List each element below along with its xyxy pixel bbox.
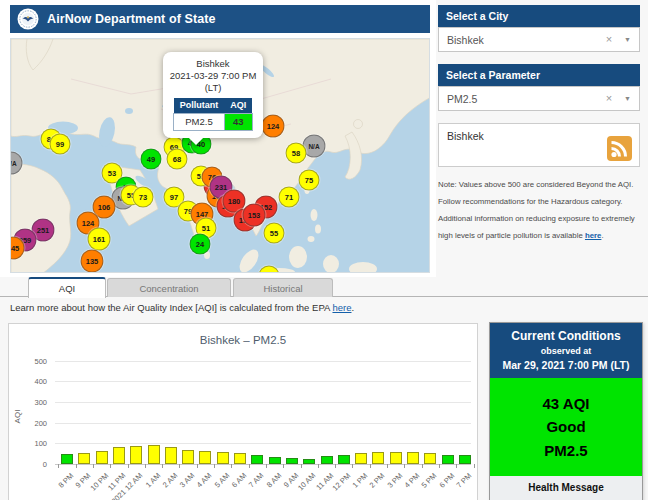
city-clear-icon[interactable]: × <box>606 34 612 45</box>
map-marker[interactable]: 55 <box>264 223 285 244</box>
gridline <box>55 361 471 362</box>
x-tick <box>162 464 163 468</box>
aqi-bar <box>459 455 471 464</box>
aqi-bar <box>199 451 211 464</box>
aqi-bar <box>269 457 281 464</box>
gridline <box>55 381 471 382</box>
aqi-bar <box>78 453 90 464</box>
x-tick <box>76 464 77 468</box>
sidebar: Select a City Bishkek × ▼ Select a Param… <box>438 5 640 245</box>
map-marker[interactable]: 99 <box>50 134 71 155</box>
x-tick <box>231 464 232 468</box>
rss-city-label: Bishkek <box>447 130 484 142</box>
aqi-bar <box>355 453 367 464</box>
x-tick <box>404 464 405 468</box>
aqi-bar <box>407 452 419 464</box>
aqi-bar <box>130 446 142 464</box>
learn-more-here-link[interactable]: here <box>332 302 351 313</box>
x-tick <box>128 464 129 468</box>
aqi-bar <box>217 452 229 464</box>
parameter-caret-down-icon[interactable]: ▼ <box>624 95 631 102</box>
cc-datetime: Mar 29, 2021 7:00 PM (LT) <box>494 359 638 371</box>
gridline <box>55 402 471 403</box>
aqi-bar <box>390 452 402 464</box>
map-marker[interactable]: 49 <box>141 149 162 170</box>
popup-city: Bishkek <box>164 58 262 70</box>
cc-health-message: Health Message The AQI value for your co… <box>490 476 642 500</box>
aqi-bar <box>303 459 315 464</box>
x-tick <box>145 464 146 468</box>
map-marker[interactable]: 71 <box>279 187 300 208</box>
map-marker[interactable]: 68 <box>167 149 188 170</box>
x-tick <box>439 464 440 468</box>
popup-datetime: 2021-03-29 7:00 PM <box>164 70 262 82</box>
note-here-link[interactable]: here <box>585 231 601 240</box>
x-tick <box>352 464 353 468</box>
x-tick <box>179 464 180 468</box>
rss-feed-box: Bishkek <box>438 123 640 167</box>
map-marker[interactable]: 58 <box>286 143 307 164</box>
chart-panel: Bishkek – PM2.5 AQI 01002003004005008 PM… <box>8 323 478 500</box>
parameter-panel-header: Select a Parameter <box>438 64 640 86</box>
popup-col-pollutant: Pollutant <box>174 98 225 114</box>
tab-concentration[interactable]: Concentration <box>107 278 231 297</box>
popup-col-aqi: AQI <box>224 98 252 114</box>
map-popup: Bishkek 2021-03-29 7:00 PM (LT) Pollutan… <box>163 52 263 138</box>
map-marker[interactable]: 73 <box>133 187 154 208</box>
map-marker[interactable]: 135 <box>81 250 104 273</box>
city-select[interactable]: Bishkek × ▼ <box>438 27 640 52</box>
y-tick-label: 400 <box>13 377 47 386</box>
x-tick <box>387 464 388 468</box>
gridline <box>55 423 471 424</box>
x-tick <box>318 464 319 468</box>
cc-observed-at: observed at <box>494 346 638 356</box>
x-tick <box>456 464 457 468</box>
x-tick <box>266 464 267 468</box>
y-tick-label: 200 <box>13 419 47 428</box>
city-select-value: Bishkek <box>447 34 484 46</box>
aqi-bar <box>165 447 177 464</box>
y-tick-label: 0 <box>13 460 47 469</box>
airnow-page: AirNow Department of State <box>0 0 648 500</box>
map-marker[interactable]: 124 <box>262 115 285 138</box>
x-tick <box>422 464 423 468</box>
city-panel-header: Select a City <box>438 5 640 27</box>
current-conditions-header: Current Conditions observed at Mar 29, 2… <box>490 323 642 378</box>
popup-table: Pollutant AQI PM2.5 43 <box>173 98 253 131</box>
dos-seal-logo <box>17 8 39 30</box>
cc-pollutant: PM2.5 <box>490 439 642 462</box>
y-tick-label: 100 <box>13 439 47 448</box>
aqi-bar <box>338 455 350 464</box>
aqi-bar <box>61 454 73 464</box>
gridline <box>55 443 471 444</box>
rss-icon[interactable] <box>607 136 632 161</box>
aqi-map[interactable]: 8499N/A495345N/A557369684340159517610697… <box>10 38 430 273</box>
parameter-clear-icon[interactable]: × <box>606 93 612 104</box>
cc-health-title: Health Message <box>497 482 635 493</box>
cc-aqi-value: 43 AQI <box>490 392 642 415</box>
parameter-select[interactable]: PM2.5 × ▼ <box>438 86 640 111</box>
map-marker[interactable]: 24 <box>190 234 211 255</box>
tab-aqi[interactable]: AQI <box>28 277 106 298</box>
aqi-note: Note: Values above 500 are considered Be… <box>438 176 640 245</box>
map-marker[interactable]: 75 <box>299 170 320 191</box>
x-tick <box>110 464 111 468</box>
cc-aqi-category: Good <box>490 415 642 438</box>
cc-title: Current Conditions <box>494 329 638 343</box>
gridline <box>55 464 471 465</box>
cc-aqi-block: 43 AQI Good PM2.5 <box>490 378 642 476</box>
map-marker[interactable]: 161 <box>88 228 111 251</box>
x-tick <box>474 464 475 468</box>
x-tick <box>301 464 302 468</box>
parameter-select-value: PM2.5 <box>447 93 477 105</box>
x-tick <box>249 464 250 468</box>
map-marker[interactable]: 153 <box>243 204 266 227</box>
learn-more-text: Learn more about how the Air Quality Ind… <box>10 302 354 313</box>
x-tick <box>214 464 215 468</box>
x-tick <box>370 464 371 468</box>
aqi-bar <box>148 445 160 464</box>
city-caret-down-icon[interactable]: ▼ <box>624 36 631 43</box>
aqi-bar <box>442 455 454 464</box>
popup-aqi-value: 43 <box>224 113 252 130</box>
tab-historical[interactable]: Historical <box>233 278 333 297</box>
